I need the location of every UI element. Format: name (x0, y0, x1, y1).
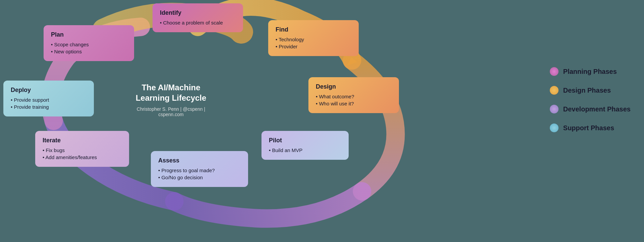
plan-title: Plan (51, 31, 127, 38)
design-card: Design What outcome? Who will use it? (308, 77, 399, 113)
support-dot (550, 124, 559, 132)
legend-development: Development Phases (550, 105, 631, 113)
find-card: Find Technology Provider (268, 20, 359, 56)
design-list: What outcome? Who will use it? (316, 93, 392, 107)
find-item-2: Provider (276, 43, 351, 50)
plan-list: Scope changes New options (51, 41, 127, 55)
deploy-list: Provide support Provide training (11, 96, 86, 110)
design-label: Design Phases (563, 87, 611, 94)
design-item-2: Who will use it? (316, 100, 392, 107)
pilot-item-1: Build an MVP (269, 147, 341, 154)
lifecycle-subtitle: Christopher S. Penn | @cspenn | cspenn.c… (124, 106, 218, 117)
design-title: Design (316, 83, 392, 90)
pilot-card: Pilot Build an MVP (261, 131, 349, 160)
iterate-card: Iterate Fix bugs Add amenities/features (35, 131, 129, 167)
planning-label: Planning Phases (563, 68, 617, 76)
center-content: The AI/MachineLearning Lifecycle Christo… (124, 82, 218, 117)
assess-title: Assess (158, 157, 241, 164)
deploy-item-1: Provide support (11, 96, 86, 103)
support-label: Support Phases (563, 124, 614, 132)
assess-item-2: Go/No go decision (158, 174, 241, 181)
identify-item-1: Choose a problem of scale (160, 19, 236, 26)
deploy-card: Deploy Provide support Provide training (3, 81, 94, 116)
legend-design: Design Phases (550, 86, 631, 95)
legend-support: Support Phases (550, 124, 631, 132)
iterate-item-2: Add amenities/features (43, 154, 122, 161)
svg-marker-0 (347, 57, 357, 65)
legend-planning: Planning Phases (550, 67, 631, 76)
plan-item-1: Scope changes (51, 41, 127, 48)
assess-item-1: Progress to goal made? (158, 167, 241, 174)
lifecycle-title: The AI/MachineLearning Lifecycle (124, 82, 218, 103)
design-item-1: What outcome? (316, 93, 392, 100)
pilot-list: Build an MVP (269, 147, 341, 154)
deploy-title: Deploy (11, 87, 86, 94)
find-title: Find (276, 26, 351, 33)
plan-card: Plan Scope changes New options (44, 25, 134, 61)
identify-list: Choose a problem of scale (160, 19, 236, 26)
assess-card: Assess Progress to goal made? Go/No go d… (151, 151, 248, 187)
find-list: Technology Provider (276, 36, 351, 50)
assess-list: Progress to goal made? Go/No go decision (158, 167, 241, 181)
iterate-list: Fix bugs Add amenities/features (43, 147, 122, 161)
development-dot (550, 105, 559, 113)
planning-dot (550, 67, 559, 76)
identify-card: Identify Choose a problem of scale (153, 3, 243, 32)
pilot-title: Pilot (269, 137, 341, 144)
iterate-title: Iterate (43, 137, 122, 144)
design-dot (550, 86, 559, 95)
identify-title: Identify (160, 9, 236, 16)
development-label: Development Phases (563, 105, 631, 113)
iterate-item-1: Fix bugs (43, 147, 122, 154)
deploy-item-2: Provide training (11, 103, 86, 110)
legend: Planning Phases Design Phases Developmen… (550, 67, 631, 132)
find-item-1: Technology (276, 36, 351, 43)
plan-item-2: New options (51, 48, 127, 55)
